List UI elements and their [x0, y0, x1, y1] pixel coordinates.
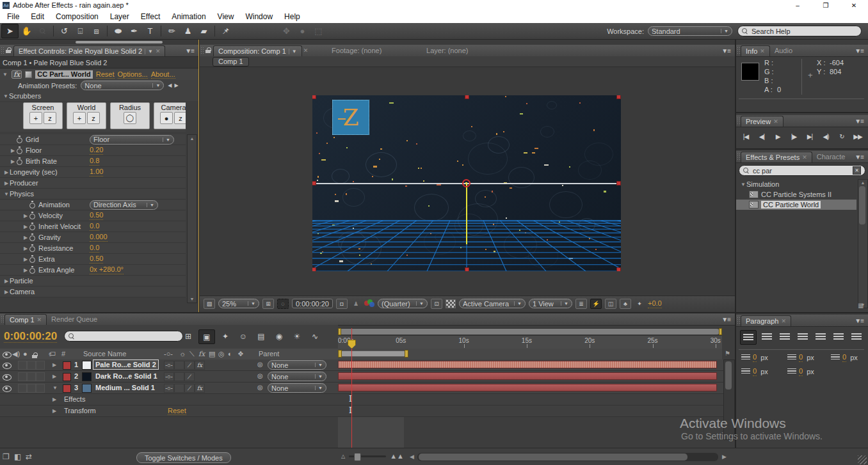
- number-column[interactable]: #: [61, 350, 65, 358]
- stopwatch-icon[interactable]: [29, 223, 36, 230]
- tab-layer[interactable]: Layer: (none): [403, 45, 492, 56]
- panel-scroll-indicator[interactable]: [76, 41, 163, 43]
- property-value[interactable]: 1.00: [90, 168, 103, 177]
- layer-name[interactable]: Pale Ro...e Solid 2: [93, 360, 158, 369]
- cube-3d-column-icon[interactable]: ❖: [237, 350, 244, 358]
- property-value[interactable]: 0.8: [90, 157, 99, 166]
- audio-toggle[interactable]: [18, 372, 27, 381]
- layer-name[interactable]: Medium ... Solid 1: [93, 383, 157, 392]
- effect-controls-scrollbar[interactable]: ▲ ▼: [187, 134, 197, 303]
- layer-row[interactable]: ▶ 1 Pale Ro...e Solid 2 -○- ⟋ fx ◎ None▼: [0, 359, 735, 371]
- selection-handle[interactable]: [616, 267, 621, 271]
- property-twirl-icon[interactable]: ▶: [22, 246, 29, 251]
- first-line-indent-field[interactable]: 0 px: [787, 353, 814, 362]
- preset-next-icon[interactable]: ▶: [174, 83, 178, 88]
- panel-menu-icon[interactable]: ▼≡: [717, 45, 735, 56]
- parent-dropdown[interactable]: None▼: [268, 383, 326, 393]
- property-name[interactable]: Velocity: [38, 212, 63, 219]
- tree-item-label[interactable]: CC Particle Systems II: [761, 191, 832, 198]
- layer-row[interactable]: ▼ 3 Medium ... Solid 1 -○- ⟋ fx ◎ None▼: [0, 382, 735, 394]
- tab-preview[interactable]: Preview ✕: [741, 116, 784, 127]
- menu-item[interactable]: Window: [239, 10, 278, 23]
- panel-grip[interactable]: [737, 117, 740, 125]
- selection-tool-icon[interactable]: ➤: [1, 24, 19, 38]
- eye-icon[interactable]: [3, 374, 12, 381]
- solo-toggle[interactable]: [27, 384, 36, 393]
- tab-dropdown-icon[interactable]: ▼: [145, 49, 153, 54]
- timeline-tool-icon[interactable]: ☺: [236, 329, 251, 343]
- new-folder-icon[interactable]: [858, 302, 864, 309]
- transport-button[interactable]: ◀|: [755, 130, 769, 143]
- tab-close-icon[interactable]: ✕: [760, 48, 765, 54]
- hscroll-left-icon[interactable]: ◀: [410, 453, 414, 460]
- navigator-handle-right[interactable]: [719, 328, 722, 335]
- scrubber-button[interactable]: Camera ● z: [154, 102, 186, 129]
- exposure-icon[interactable]: ✦: [634, 299, 645, 308]
- scrubber-icon-2[interactable]: z: [174, 112, 186, 124]
- transport-button[interactable]: ▶▶: [851, 130, 865, 143]
- clear-search-icon[interactable]: ✕: [853, 166, 861, 175]
- text-tool-icon[interactable]: T: [142, 24, 158, 38]
- scroll-up-icon[interactable]: ▲: [188, 136, 197, 141]
- frame-blend-column-icon[interactable]: ▤: [209, 350, 215, 358]
- label-column-icon[interactable]: 🏷︎: [49, 350, 56, 358]
- justify-last-left-button[interactable]: [795, 330, 810, 343]
- quality-switch[interactable]: ⟋: [184, 372, 195, 381]
- effect-reset-link[interactable]: Reset: [96, 70, 115, 79]
- source-name-column[interactable]: Source Name: [83, 350, 126, 358]
- panel-grip[interactable]: [200, 47, 204, 54]
- hscroll-right-icon[interactable]: ▶: [722, 453, 727, 460]
- parent-dropdown[interactable]: None▼: [268, 372, 326, 381]
- effects-tree-row[interactable]: ▼ Simulation: [736, 179, 856, 189]
- effect-twirl-icon[interactable]: ▼: [2, 72, 8, 77]
- effects-tree-row[interactable]: CC Particle World: [736, 200, 856, 210]
- space-after-field[interactable]: 0 px: [787, 367, 814, 376]
- axis-mode-local-icon[interactable]: ✥: [278, 24, 294, 38]
- label-color-chip[interactable]: [63, 361, 71, 370]
- align-right-button[interactable]: [777, 330, 792, 343]
- layer-duration-bar[interactable]: [338, 372, 717, 380]
- quality-column-icon[interactable]: ⟍: [189, 350, 195, 358]
- property-twirl-icon[interactable]: ▶: [10, 148, 16, 154]
- menu-item[interactable]: Layer: [104, 10, 135, 23]
- shape-tool-icon[interactable]: ⬬: [110, 24, 126, 38]
- layer-anchor-point[interactable]: [462, 179, 470, 187]
- transport-button[interactable]: |▶: [787, 130, 801, 143]
- rotation-tool-icon[interactable]: ↺: [56, 24, 72, 38]
- property-dropdown[interactable]: Direction Axis▼: [90, 200, 158, 210]
- collapse-switch[interactable]: [174, 372, 184, 381]
- property-twirl-icon[interactable]: ▶: [22, 256, 29, 262]
- stopwatch-icon[interactable]: [16, 136, 24, 143]
- label-color-chip[interactable]: [63, 384, 71, 393]
- shy-column-icon[interactable]: -○-: [164, 350, 173, 358]
- region-of-interest-icon[interactable]: ◌: [277, 299, 289, 309]
- property-twirl-icon[interactable]: ▶: [22, 235, 29, 240]
- selection-handle[interactable]: [616, 95, 621, 99]
- property-value[interactable]: 0.20: [90, 146, 103, 155]
- exposure-value[interactable]: +0.0: [648, 299, 662, 308]
- lock-icon[interactable]: [32, 352, 38, 359]
- show-channels-icon[interactable]: [364, 299, 374, 308]
- property-name[interactable]: Floor: [26, 146, 42, 154]
- panel-grip[interactable]: [737, 317, 740, 324]
- group-label[interactable]: Transform: [64, 407, 96, 414]
- transport-button[interactable]: ↻: [835, 130, 849, 143]
- panel-grip[interactable]: [1, 315, 4, 323]
- selection-handle[interactable]: [312, 95, 316, 99]
- scrubber-button[interactable]: World + z: [67, 102, 106, 129]
- property-name[interactable]: Producer: [10, 179, 38, 187]
- menu-item[interactable]: Effect: [135, 10, 166, 23]
- eraser-tool-icon[interactable]: ▰: [196, 24, 212, 38]
- work-area-bar[interactable]: [338, 351, 408, 357]
- timeline-tool-icon[interactable]: ⊞: [181, 329, 196, 343]
- effect-options-link[interactable]: Options...: [118, 70, 148, 79]
- stopwatch-icon[interactable]: [29, 233, 36, 241]
- maximize-button[interactable]: ❐: [812, 0, 840, 10]
- property-value[interactable]: 0.50: [90, 211, 103, 220]
- property-twirl-icon[interactable]: ▶: [3, 169, 10, 175]
- flowchart-icon[interactable]: ♣: [620, 299, 631, 309]
- current-timecode[interactable]: 0:00:00:20: [4, 330, 57, 343]
- quality-switch[interactable]: ⟋: [184, 384, 195, 393]
- property-name[interactable]: Birth Rate: [26, 157, 57, 165]
- comp-marker-bin-icon[interactable]: [725, 350, 730, 357]
